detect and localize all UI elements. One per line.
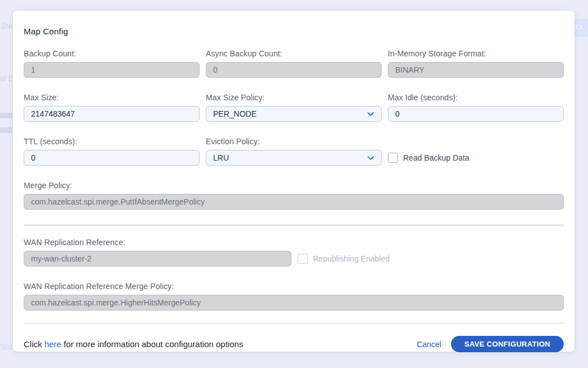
wan-merge-policy-input (24, 295, 564, 311)
backdrop-row-fragment (0, 113, 12, 118)
more-info-suffix: for more information about configuration… (61, 339, 244, 349)
ttl-field-group: TTL (seconds): (24, 137, 200, 166)
ttl-input[interactable] (24, 150, 200, 166)
section-divider (24, 225, 564, 225)
republishing-enabled-label: Republishing Enabled (313, 254, 390, 263)
footer-actions: Cancel SAVE CONFIGURATION (417, 336, 564, 352)
form-row: WAN Replication Reference: Republishing … (24, 238, 564, 267)
chevron-down-icon (366, 110, 375, 118)
max-size-policy-field-group: Max Size Policy: PER_NODE (206, 93, 382, 122)
ttl-label: TTL (seconds): (24, 137, 200, 146)
async-backup-count-label: Async Backup Count: (206, 49, 382, 58)
read-backup-data-label: Read Backup Data (403, 153, 470, 162)
form-row: WAN Replication Reference Merge Policy: (24, 282, 564, 311)
dialog-title: Map Config (24, 26, 564, 36)
async-backup-count-field-group: Async Backup Count: (206, 49, 382, 78)
max-size-input[interactable] (24, 106, 200, 122)
footer-divider (24, 323, 564, 323)
merge-policy-field-group: Merge Policy: (24, 181, 564, 210)
chevron-down-icon (366, 154, 375, 162)
in-memory-format-label: In-Memory Storage Format: (388, 49, 564, 58)
cancel-button[interactable]: Cancel (417, 340, 441, 349)
in-memory-format-input (388, 62, 564, 78)
max-size-policy-select[interactable]: PER_NODE (206, 106, 382, 122)
in-memory-format-field-group: In-Memory Storage Format: (388, 49, 564, 78)
backdrop-row-fragment (0, 127, 12, 133)
wan-merge-policy-field-group: WAN Replication Reference Merge Policy: (24, 282, 564, 311)
max-size-policy-selected-value: PER_NODE (213, 109, 257, 118)
read-backup-data-checkbox[interactable] (388, 153, 398, 163)
eviction-policy-selected-value: LRU (213, 153, 229, 162)
eviction-policy-select[interactable]: LRU (206, 150, 382, 166)
eviction-policy-field-group: Eviction Policy: LRU (206, 137, 382, 166)
max-size-policy-label: Max Size Policy: (206, 93, 382, 102)
form-row: Backup Count: Async Backup Count: In-Mem… (24, 49, 564, 78)
dialog-footer: Click here for more information about co… (24, 336, 564, 352)
max-size-label: Max Size: (24, 93, 200, 102)
max-idle-field-group: Max Idle (seconds): (388, 93, 564, 122)
map-config-dialog: Map Config Backup Count: Async Backup Co… (12, 10, 575, 352)
wan-merge-policy-label: WAN Replication Reference Merge Policy: (24, 282, 564, 291)
wan-replication-reference-input (24, 251, 291, 267)
read-backup-data-group: Read Backup Data (388, 137, 564, 166)
more-info-text: Click here for more information about co… (24, 339, 243, 349)
backup-count-label: Backup Count: (24, 49, 200, 58)
form-row: Max Size: Max Size Policy: PER_NODE Max … (24, 93, 564, 122)
backdrop-text-fragment: Sta (0, 342, 12, 351)
republishing-enabled-group: Republishing Enabled (298, 238, 474, 267)
backdrop-button-fragment: TA (574, 19, 588, 37)
backdrop-text-fragment: 2re (1, 21, 12, 30)
backup-count-field-group: Backup Count: (24, 49, 200, 78)
wan-replication-reference-field-group: WAN Replication Reference: (24, 238, 291, 267)
backdrop-text-fragment: al E (0, 74, 14, 83)
eviction-policy-label: Eviction Policy: (206, 137, 382, 146)
form-row: TTL (seconds): Eviction Policy: LRU Read… (24, 137, 564, 166)
backup-count-input (24, 62, 200, 78)
more-info-prefix: Click (24, 339, 45, 349)
republishing-enabled-checkbox (298, 254, 308, 264)
save-configuration-button[interactable]: SAVE CONFIGURATION (451, 336, 564, 352)
max-size-field-group: Max Size: (24, 93, 200, 122)
max-idle-label: Max Idle (seconds): (388, 93, 564, 102)
max-idle-input[interactable] (388, 106, 564, 122)
merge-policy-input (24, 194, 564, 210)
wan-replication-reference-label: WAN Replication Reference: (24, 238, 291, 247)
async-backup-count-input (206, 62, 382, 78)
form-row: Merge Policy: (24, 181, 564, 210)
more-info-link[interactable]: here (45, 339, 61, 349)
merge-policy-label: Merge Policy: (24, 181, 564, 190)
